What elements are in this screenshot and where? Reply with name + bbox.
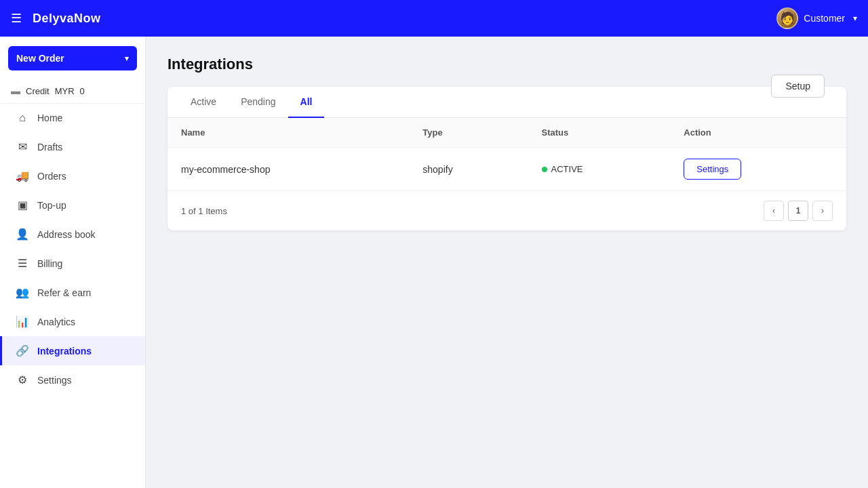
status-dot-icon xyxy=(542,167,547,172)
sidebar-item-orders[interactable]: 🚚 Orders xyxy=(0,161,145,190)
sidebar-item-billing[interactable]: ☰ Billing xyxy=(0,249,145,278)
sidebar-item-label-integrations: Integrations xyxy=(37,346,92,357)
cell-name: my-ecommerce-shop xyxy=(167,148,409,191)
drafts-icon: ✉ xyxy=(16,140,29,153)
sidebar-item-label-settings: Settings xyxy=(37,375,72,386)
table-header-row: Name Type Status Action xyxy=(167,118,846,148)
cell-action: Settings xyxy=(670,148,846,191)
sidebar-item-settings[interactable]: ⚙ Settings xyxy=(0,365,145,394)
content-header: Integrations Setup xyxy=(167,56,846,73)
table-row: my-ecommerce-shop shopify ACTIVE Setting… xyxy=(167,148,846,191)
billing-icon: ☰ xyxy=(16,257,29,270)
sidebar-item-analytics[interactable]: 📊 Analytics xyxy=(0,307,145,336)
integrations-icon: 🔗 xyxy=(16,344,29,357)
new-order-chevron-icon: ▾ xyxy=(125,54,129,63)
sidebar-item-label-analytics: Analytics xyxy=(37,317,75,327)
credit-currency: MYR xyxy=(55,86,75,96)
credit-label: Credit xyxy=(26,86,50,96)
tab-all[interactable]: All xyxy=(288,87,325,118)
refer-earn-icon: 👥 xyxy=(16,286,29,299)
orders-icon: 🚚 xyxy=(16,169,29,182)
avatar: 🧑 xyxy=(776,7,798,29)
col-status: Status xyxy=(528,118,671,148)
address-book-icon: 👤 xyxy=(16,228,29,241)
chevron-down-icon[interactable]: ▾ xyxy=(853,14,857,23)
credit-section: ▬ Credit MYR 0 xyxy=(0,79,145,104)
sidebar-item-label-drafts: Drafts xyxy=(37,142,62,152)
row-settings-button[interactable]: Settings xyxy=(684,159,741,180)
sidebar-item-label-address-book: Address book xyxy=(37,229,96,240)
credit-card-icon: ▬ xyxy=(11,85,20,96)
sidebar-nav: ⌂ Home ✉ Drafts 🚚 Orders ▣ Top-up 👤 Addr… xyxy=(0,104,145,394)
pagination-page-1-button[interactable]: 1 xyxy=(788,201,808,221)
col-type: Type xyxy=(409,118,528,148)
new-order-label: New Order xyxy=(16,53,64,64)
pagination-prev-button[interactable]: ‹ xyxy=(764,201,784,221)
sidebar-item-home[interactable]: ⌂ Home xyxy=(0,104,145,132)
pagination-summary: 1 of 1 Items xyxy=(181,206,227,216)
hamburger-menu-icon[interactable]: ☰ xyxy=(11,11,22,26)
cell-type: shopify xyxy=(409,148,528,191)
pagination-next-button[interactable]: › xyxy=(812,201,833,221)
col-name: Name xyxy=(167,118,409,148)
sidebar-item-integrations[interactable]: 🔗 Integrations xyxy=(0,336,145,365)
cell-status: ACTIVE xyxy=(528,148,671,191)
analytics-icon: 📊 xyxy=(16,315,29,328)
page-title: Integrations xyxy=(167,56,846,73)
main-content: Integrations Setup Active Pending All Na… xyxy=(146,37,868,488)
sidebar-item-topup[interactable]: ▣ Top-up xyxy=(0,190,145,220)
sidebar-item-label-topup: Top-up xyxy=(37,200,66,211)
integrations-table: Name Type Status Action my-ecommerce-sho… xyxy=(167,118,846,190)
col-action: Action xyxy=(670,118,846,148)
sidebar-item-label-billing: Billing xyxy=(37,258,62,269)
sidebar-item-drafts[interactable]: ✉ Drafts xyxy=(0,132,145,161)
sidebar-item-label-orders: Orders xyxy=(37,171,66,182)
sidebar-item-refer-earn[interactable]: 👥 Refer & earn xyxy=(0,278,145,307)
top-navigation: ☰ DelyvaNow 🧑 Customer ▾ xyxy=(0,0,868,37)
brand-logo: DelyvaNow xyxy=(33,12,101,26)
pagination-row: 1 of 1 Items ‹ 1 › xyxy=(167,190,846,230)
pagination-controls: ‹ 1 › xyxy=(764,201,833,221)
new-order-button[interactable]: New Order ▾ xyxy=(8,46,137,70)
sidebar: New Order ▾ ▬ Credit MYR 0 ⌂ Home ✉ Draf… xyxy=(0,37,146,488)
settings-icon: ⚙ xyxy=(16,373,29,386)
sidebar-item-address-book[interactable]: 👤 Address book xyxy=(0,220,145,249)
home-icon: ⌂ xyxy=(16,112,29,124)
topup-icon: ▣ xyxy=(16,199,29,211)
setup-button[interactable]: Setup xyxy=(771,75,825,98)
status-badge: ACTIVE xyxy=(542,164,657,174)
tab-active[interactable]: Active xyxy=(178,87,229,118)
tab-pending[interactable]: Pending xyxy=(229,87,288,118)
sidebar-item-label-refer-earn: Refer & earn xyxy=(37,287,91,298)
credit-amount: 0 xyxy=(80,86,85,96)
sidebar-item-label-home: Home xyxy=(37,113,62,123)
filter-tabs: Active Pending All xyxy=(167,87,846,118)
customer-name: Customer xyxy=(804,13,845,24)
integrations-table-card: Active Pending All Name Type Status Acti… xyxy=(167,87,846,230)
